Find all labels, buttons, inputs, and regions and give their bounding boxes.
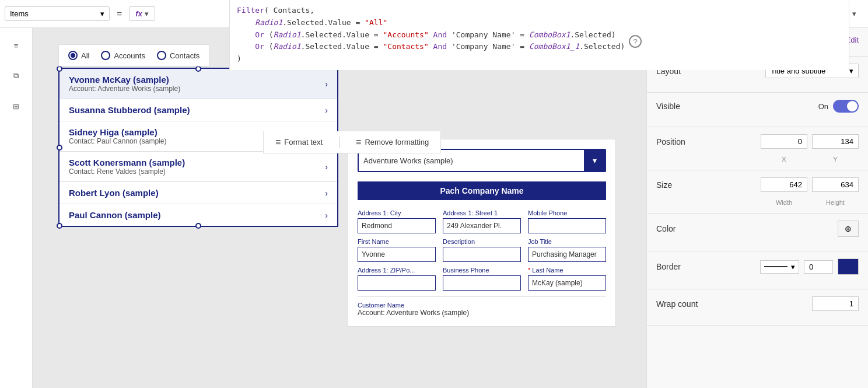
position-y-input[interactable] (812, 134, 859, 149)
items-dropdown[interactable]: Items ▾ (5, 6, 110, 21)
size-section: Size Width Height (647, 170, 868, 214)
resize-handle-ml[interactable] (57, 145, 62, 151)
remove-formatting-button[interactable]: ≡ Remove formatting (351, 135, 433, 150)
size-h-input[interactable] (812, 177, 859, 192)
help-icon[interactable]: ? (629, 35, 642, 48)
size-w-input[interactable] (761, 177, 807, 192)
list-item-1[interactable]: Susanna Stubberod (sample) › (60, 99, 337, 121)
position-section: Position X Y (647, 127, 868, 170)
layers-icon[interactable]: ⧉ (6, 65, 27, 86)
position-xy-labels: X Y (656, 156, 859, 163)
field-zip-input[interactable] (358, 275, 436, 291)
size-row: Size (656, 177, 859, 192)
list-item-name-3: Scott Konersmann (sample) (69, 158, 185, 167)
customer-name-value: Account: Adventure Works (sample) (358, 309, 606, 317)
position-row: Position (656, 134, 859, 149)
position-label: Position (656, 137, 685, 146)
form-panel: ▾ Pach Company Name Address 1: City Addr… (348, 139, 616, 327)
list-item-arrow-3: › (325, 162, 328, 172)
radio-all[interactable]: All (68, 51, 89, 60)
field-bizphone-label: Business Phone (443, 267, 521, 274)
visible-on-label: On (818, 102, 828, 111)
format-toolbar: ≡ Format text ≡ Remove formatting (263, 131, 441, 153)
field-description-input[interactable] (443, 247, 521, 262)
field-mobile-input[interactable] (528, 218, 606, 233)
border-section: Border ▾ (647, 251, 868, 289)
field-street-input[interactable] (443, 218, 521, 233)
visible-toggle[interactable] (833, 100, 859, 113)
grid-icon[interactable]: ⊞ (6, 96, 27, 117)
list-item-name-0: Yvonne McKay (sample) (69, 75, 180, 85)
field-zip: Address 1: ZIP/Po... (358, 267, 436, 291)
radio-group: All Accounts Contacts (58, 44, 209, 67)
wrap-count-label: Wrap count (656, 299, 698, 309)
customer-name-label: Customer Name (358, 302, 606, 309)
field-bizphone-input[interactable] (443, 275, 521, 291)
formula-block: Filter( Contacts, Radio1.Selected.Value … (229, 0, 849, 70)
list-item-0[interactable]: Yvonne McKay (sample) Account: Adventure… (60, 69, 337, 99)
color-picker-icon: ⊕ (845, 224, 852, 233)
field-street-label: Address 1: Street 1 (443, 209, 521, 216)
radio-contacts-circle (157, 51, 166, 60)
field-city-input[interactable] (358, 218, 436, 233)
field-zip-label: Address 1: ZIP/Po... (358, 267, 436, 274)
resize-handle-bc[interactable] (195, 223, 201, 229)
right-panel: Fields Edit Layout Title and subtitle ▾ … (646, 28, 868, 388)
wrap-count-input[interactable] (812, 296, 859, 311)
radio-contacts[interactable]: Contacts (157, 51, 200, 60)
color-section: Color ⊕ (647, 214, 868, 251)
list-item-sub-0: Account: Adventure Works (sample) (69, 85, 180, 93)
list-item-arrow-1: › (325, 106, 328, 115)
border-width-input[interactable] (804, 260, 833, 274)
list-item-3[interactable]: Scott Konersmann (sample) Contact: Rene … (60, 152, 337, 182)
combo-dropdown-arrow[interactable]: ▾ (584, 150, 605, 171)
resize-handle-tc[interactable] (195, 66, 201, 72)
resize-handle-tl[interactable] (57, 66, 62, 72)
radio-accounts[interactable]: Accounts (101, 51, 145, 60)
size-wh-labels: Width Height (656, 199, 859, 206)
format-text-button[interactable]: ≡ Format text (271, 135, 327, 150)
list-item-sub-2: Contact: Paul Cannon (sample) (69, 137, 166, 145)
list-item-arrow-5: › (325, 211, 328, 220)
list-item-arrow-0: › (325, 79, 328, 89)
remove-formatting-icon: ≡ (356, 137, 361, 148)
list-item-name-2: Sidney Higa (sample) (69, 127, 166, 137)
field-jobtitle-input[interactable] (528, 247, 606, 262)
combo-input[interactable] (359, 153, 584, 169)
field-firstname-label: First Name (358, 238, 436, 245)
resize-handle-bl[interactable] (57, 223, 62, 229)
field-firstname-input[interactable] (358, 247, 436, 262)
field-description-label: Description (443, 238, 521, 245)
list-item-content-5: Paul Cannon (sample) (69, 210, 161, 220)
border-color-swatch[interactable] (838, 258, 859, 275)
list-item-sub-3: Contact: Rene Valdes (sample) (69, 167, 185, 176)
list-item-name-4: Robert Lyon (sample) (69, 188, 159, 198)
list-item-content-4: Robert Lyon (sample) (69, 188, 159, 198)
list-item-content-3: Scott Konersmann (sample) Contact: Rene … (69, 158, 185, 176)
main-canvas: All Accounts Contacts Yvonne McKay (samp… (33, 28, 646, 388)
height-label: Height (812, 199, 859, 206)
radio-all-circle (68, 51, 78, 60)
hamburger-icon[interactable]: ≡ (6, 35, 27, 56)
radio-accounts-label: Accounts (114, 51, 145, 60)
form-fields-grid: Address 1: City Address 1: Street 1 Mobi… (358, 209, 606, 291)
border-style-select[interactable]: ▾ (760, 260, 799, 274)
field-firstname: First Name (358, 238, 436, 262)
position-x-input[interactable] (761, 134, 807, 149)
border-line-icon (764, 266, 788, 267)
border-style-chevron-icon: ▾ (791, 263, 795, 271)
patch-button[interactable]: Pach Company Name (358, 181, 606, 200)
radio-accounts-circle (101, 51, 110, 60)
color-swatch[interactable]: ⊕ (838, 221, 859, 237)
list-item-content-0: Yvonne McKay (sample) Account: Adventure… (69, 75, 180, 93)
size-label: Size (656, 180, 672, 190)
field-jobtitle-label: Job Title (528, 238, 606, 245)
visible-row: Visible On (656, 100, 859, 113)
field-lastname-input[interactable] (528, 275, 606, 291)
list-item-content-1: Susanna Stubberod (sample) (69, 105, 190, 115)
field-jobtitle: Job Title (528, 238, 606, 262)
list-item-4[interactable]: Robert Lyon (sample) › (60, 182, 337, 204)
list-item-content-2: Sidney Higa (sample) Contact: Paul Canno… (69, 127, 166, 145)
list-item-arrow-4: › (325, 188, 328, 198)
fx-button[interactable]: fx ▾ (129, 6, 155, 21)
